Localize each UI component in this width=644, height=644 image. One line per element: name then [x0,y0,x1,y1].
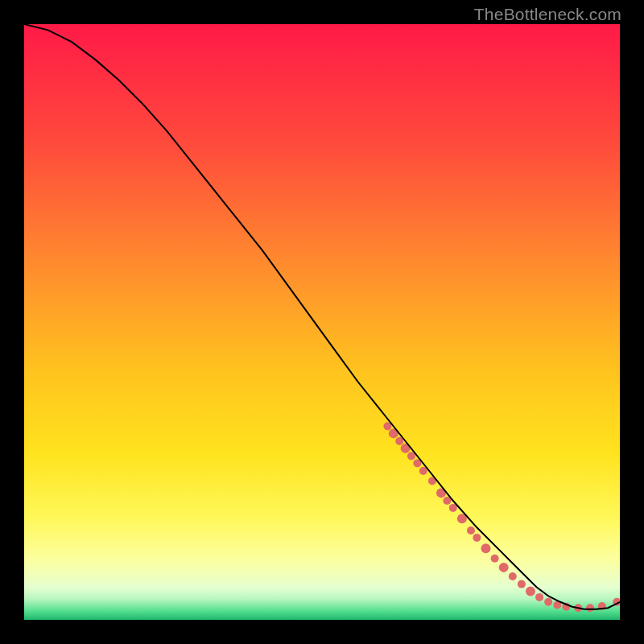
highlight-point [491,555,499,563]
watermark-text: TheBottleneck.com [474,5,621,24]
chart-svg [24,24,620,620]
highlight-point [473,534,481,542]
highlight-point [586,604,594,612]
highlight-point [544,598,552,606]
bottleneck-curve-line [24,24,620,609]
highlight-points-group [383,422,620,612]
plot-area [24,24,620,620]
highlight-point [509,572,517,580]
chart-stage: TheBottleneck.com [0,0,644,644]
highlight-point [535,593,543,601]
highlight-point [499,563,509,572]
highlight-point [481,543,490,553]
highlight-point [518,580,526,588]
highlight-point [526,586,535,596]
highlight-point [467,526,475,535]
